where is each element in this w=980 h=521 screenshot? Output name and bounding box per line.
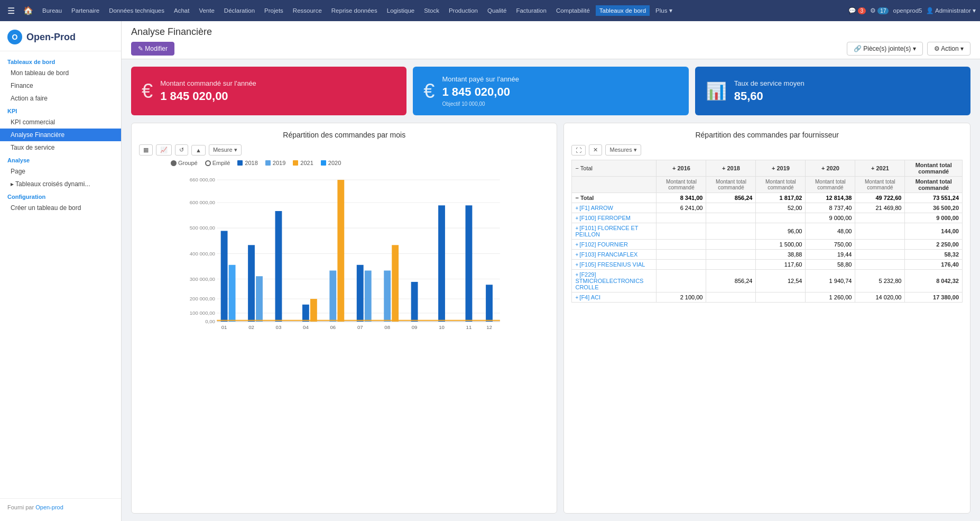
table-row[interactable]: +[F1] ARROW6 241,0052,008 737,4021 469,8… [572, 203, 963, 213]
chart-area-icon[interactable]: ▲ [191, 145, 206, 156]
sidebar-item-action[interactable]: Action a faire [0, 92, 121, 105]
action-button[interactable]: ⚙ Action ▾ [927, 42, 970, 56]
chart-legend: Groupé Empilé 2018 2019 [171, 160, 549, 166]
modifier-button[interactable]: ✎ Modifier [131, 42, 174, 56]
row-label[interactable]: +[F102] FOURNIER [572, 240, 657, 250]
bar-chart: 660 000,00 600 000,00 500 000,00 400 000… [139, 171, 549, 506]
pieces-jointes-button[interactable]: 🔗 Pièce(s) jointe(s) ▾ [847, 42, 923, 56]
toolbar: ✎ Modifier 🔗 Pièce(s) jointe(s) ▾ ⚙ Acti… [131, 42, 970, 56]
table-row[interactable]: +[F102] FOURNIER1 500,00750,002 250,00 [572, 240, 963, 250]
row-label[interactable]: +[F101] FLORENCE ET PEILLON [572, 223, 657, 240]
row-cell: 750,00 [806, 240, 855, 250]
bar-06-2021 [337, 180, 344, 322]
sidebar-item-finance[interactable]: Finance [0, 79, 121, 92]
row-label[interactable]: +[F229] STMICROELECTRONICS CROLLE [572, 270, 657, 293]
legend-stacked[interactable]: Empilé [205, 160, 230, 166]
nav-reprise[interactable]: Reprise données [328, 5, 381, 16]
sidebar-item-kpi-commercial[interactable]: KPI commercial [0, 116, 121, 129]
hamburger-menu[interactable]: ☰ [4, 4, 18, 18]
total-cell: 1 817,02 [756, 193, 806, 203]
kpi-commande-icon: € [142, 80, 153, 103]
nav-tableaux[interactable]: Tableaux de bord [596, 5, 650, 16]
legend-grouped[interactable]: Groupé [171, 160, 198, 166]
section-kpi-label: KPI [0, 105, 121, 116]
chart-line-icon[interactable]: 📈 [156, 144, 172, 156]
openprod-link[interactable]: Open-prod [35, 504, 63, 510]
bar-chart-svg: 660 000,00 600 000,00 500 000,00 400 000… [139, 171, 549, 330]
col-header-2019: + 2019 [756, 160, 806, 177]
settings-badge: 17 [877, 7, 889, 14]
kpi-commande-value: 1 845 020,00 [160, 89, 396, 103]
legend-2021-color [293, 160, 298, 166]
svg-text:07: 07 [357, 324, 363, 330]
chat-icon[interactable]: 💬 3 [848, 7, 866, 14]
nav-vente[interactable]: Vente [195, 5, 218, 16]
table-row[interactable]: +[F229] STMICROELECTRONICS CROLLE856,241… [572, 270, 963, 293]
row-cell [706, 260, 756, 270]
chart-pie-icon[interactable]: ↺ [175, 144, 188, 156]
row-cell: 21 469,80 [855, 203, 905, 213]
table-row[interactable]: +[F101] FLORENCE ET PEILLON96,0048,00144… [572, 223, 963, 240]
sidebar-item-creer-tableau[interactable]: Créer un tableau de bord [0, 202, 121, 214]
row-label[interactable]: +[F100] FERROPEM [572, 213, 657, 223]
chart-bar-icon[interactable]: ▦ [139, 144, 153, 156]
bar-12-2018 [486, 285, 493, 322]
svg-text:06: 06 [330, 324, 336, 330]
chart-measure-btn[interactable]: Mesure ▾ [209, 144, 242, 156]
bar-01-2018 [221, 231, 228, 322]
row-cell: 2 250,00 [905, 240, 963, 250]
nav-bureau[interactable]: Bureau [39, 5, 66, 16]
table-row[interactable]: +[F4] ACI2 100,001 260,0014 020,0017 380… [572, 293, 963, 303]
nav-logistique[interactable]: Logistique [383, 5, 418, 16]
nav-donnees[interactable]: Données techniques [105, 5, 168, 16]
nav-stock[interactable]: Stock [420, 5, 443, 16]
sidebar-item-taux-service[interactable]: Taux de service [0, 141, 121, 154]
nav-plus[interactable]: Plus ▾ [652, 5, 676, 16]
nav-partenaire[interactable]: Partenaire [68, 5, 103, 16]
svg-text:09: 09 [412, 324, 418, 330]
col-sub-2019: Montant total commandé [756, 177, 806, 193]
kpi-service: 📊 Taux de service moyen 85,60 [695, 67, 970, 115]
legend-2019: 2019 [265, 160, 285, 166]
row-label[interactable]: +[F105] FRESENIUS VIAL [572, 260, 657, 270]
sidebar: O Open-Prod Tableaux de bord Mon tableau… [0, 21, 122, 521]
nav-declaration[interactable]: Déclaration [220, 5, 258, 16]
svg-text:02: 02 [248, 324, 254, 330]
svg-text:03: 03 [276, 324, 282, 330]
legend-2018-color [237, 160, 243, 166]
row-cell: 19,44 [806, 250, 855, 260]
kpi-service-value: 85,60 [734, 89, 960, 103]
nav-ressource[interactable]: Ressource [289, 5, 326, 16]
home-icon[interactable]: 🏠 [20, 4, 36, 17]
nav-qualite[interactable]: Qualité [484, 5, 510, 16]
sidebar-item-mon-tableau[interactable]: Mon tableau de bord [0, 67, 121, 79]
section-config-label: Configuration [0, 190, 121, 202]
pivot-table-body: − Total8 341,00856,241 817,0212 814,3849… [572, 193, 963, 303]
settings-icon[interactable]: ⚙ 17 [870, 7, 889, 14]
nav-projets[interactable]: Projets [261, 5, 287, 16]
row-label[interactable]: +[F103] FRANCIAFLEX [572, 250, 657, 260]
user-label[interactable]: 👤 Administrator ▾ [926, 7, 976, 14]
table-row[interactable]: +[F105] FRESENIUS VIAL117,6058,80176,40 [572, 260, 963, 270]
row-cell: 38,88 [756, 250, 806, 260]
nav-facturation[interactable]: Facturation [512, 5, 550, 16]
row-cell [756, 213, 806, 223]
row-cell: 117,60 [756, 260, 806, 270]
sidebar-item-page[interactable]: Page [0, 165, 121, 178]
nav-achat[interactable]: Achat [170, 5, 193, 16]
table-expand-icon[interactable]: ⛶ [571, 145, 586, 156]
table-row[interactable]: +[F103] FRANCIAFLEX38,8819,4458,32 [572, 250, 963, 260]
total-cell: 856,24 [706, 193, 756, 203]
table-row[interactable]: +[F100] FERROPEM9 000,009 000,00 [572, 213, 963, 223]
nav-comptabilite[interactable]: Comptabilité [552, 5, 594, 16]
row-cell [706, 223, 756, 240]
table-measures-btn[interactable]: Mesures ▾ [605, 144, 641, 156]
nav-production[interactable]: Production [445, 5, 482, 16]
kpi-commande-title: Montant commandé sur l'année [160, 79, 396, 87]
row-label[interactable]: +[F1] ARROW [572, 203, 657, 213]
sidebar-item-analyse-financiere[interactable]: Analyse Financière [0, 129, 121, 141]
row-cell [855, 240, 905, 250]
table-close-icon[interactable]: ✕ [589, 144, 602, 156]
row-label[interactable]: +[F4] ACI [572, 293, 657, 303]
sidebar-item-tableaux-croises[interactable]: ▸ Tableaux croisés dynami... [0, 178, 121, 190]
